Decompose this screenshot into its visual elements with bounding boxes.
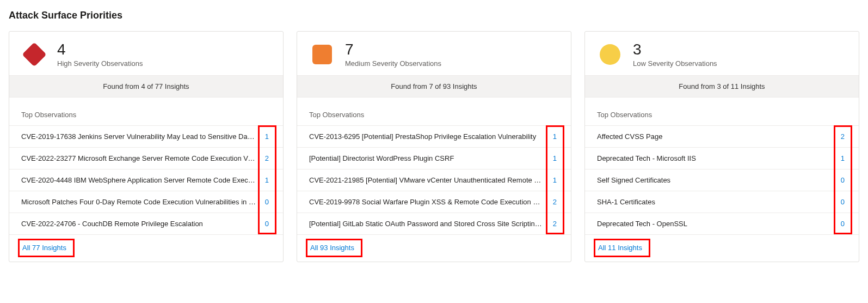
medium-severity-icon xyxy=(310,43,334,66)
observation-count-link[interactable]: 1 xyxy=(263,132,271,141)
severity-label: High Severity Observations xyxy=(57,59,143,68)
card-footer: All 11 Insights xyxy=(585,234,859,262)
observations-list: CVE-2019-17638 Jenkins Server Vulnerabil… xyxy=(9,125,283,234)
observation-row[interactable]: SHA-1 Certificates 0 xyxy=(585,191,859,213)
observation-row[interactable]: Microsoft Patches Four 0-Day Remote Code… xyxy=(9,191,283,213)
found-from-bar: Found from 4 of 77 Insights xyxy=(9,75,283,98)
medium-severity-card: 7 Medium Severity Observations Found fro… xyxy=(297,31,571,262)
low-severity-icon xyxy=(598,43,622,66)
card-header: 7 Medium Severity Observations xyxy=(297,32,571,75)
severity-count: 4 xyxy=(57,41,143,58)
observation-count-link[interactable]: 0 xyxy=(839,220,847,228)
observation-count-link[interactable]: 1 xyxy=(551,154,559,162)
severity-meta: 4 High Severity Observations xyxy=(57,41,143,68)
observation-row[interactable]: CVE-2022-24706 - CouchDB Remote Privileg… xyxy=(9,213,283,234)
card-footer: All 77 Insights xyxy=(9,234,283,262)
observation-row[interactable]: [Potential] Directorist WordPress Plugin… xyxy=(297,147,571,169)
observation-name: [Potential] Directorist WordPress Plugin… xyxy=(309,154,544,162)
observation-count-link[interactable]: 1 xyxy=(839,154,847,162)
observation-name: CVE-2020-4448 IBM WebSphere Application … xyxy=(21,176,256,184)
observation-row[interactable]: [Potential] GitLab Static OAuth Password… xyxy=(297,213,571,234)
observation-count-link[interactable]: 2 xyxy=(839,132,847,141)
observation-name: Affected CVSS Page xyxy=(597,132,832,141)
all-insights-link[interactable]: All 77 Insights xyxy=(21,243,67,253)
observation-name: [Potential] GitLab Static OAuth Password… xyxy=(309,220,544,228)
observation-name: Self Signed Certificates xyxy=(597,176,832,184)
observation-name: CVE-2013-6295 [Potential] PrestaShop Pri… xyxy=(309,132,544,141)
observation-name: SHA-1 Certificates xyxy=(597,198,832,206)
observation-row[interactable]: Deprecated Tech - Microsoft IIS 1 xyxy=(585,147,859,169)
found-from-bar: Found from 7 of 93 Insights xyxy=(297,75,571,98)
observation-row[interactable]: Affected CVSS Page 2 xyxy=(585,125,859,147)
observation-row[interactable]: CVE-2020-4448 IBM WebSphere Application … xyxy=(9,169,283,191)
observation-name: CVE-2022-24706 - CouchDB Remote Privileg… xyxy=(21,220,256,228)
observations-list: CVE-2013-6295 [Potential] PrestaShop Pri… xyxy=(297,125,571,234)
top-observations-label: Top Observations xyxy=(9,98,283,125)
section-title: Attack Surface Priorities xyxy=(9,10,859,21)
observation-name: CVE-2019-9978 Social Warfare Plugin XSS … xyxy=(309,198,544,206)
observation-count-link[interactable]: 2 xyxy=(263,154,271,162)
card-header: 4 High Severity Observations xyxy=(9,32,283,75)
top-observations-label: Top Observations xyxy=(297,98,571,125)
found-from-bar: Found from 3 of 11 Insights xyxy=(585,75,859,98)
observation-row[interactable]: Self Signed Certificates 0 xyxy=(585,169,859,191)
severity-label: Low Severity Observations xyxy=(633,59,717,68)
top-observations-label: Top Observations xyxy=(585,98,859,125)
observation-name: Deprecated Tech - OpenSSL xyxy=(597,220,832,228)
observation-count-link[interactable]: 0 xyxy=(839,176,847,184)
all-insights-link[interactable]: All 93 Insights xyxy=(309,243,355,253)
observation-count-link[interactable]: 1 xyxy=(551,176,559,184)
observation-count-link[interactable]: 1 xyxy=(551,132,559,141)
observation-name: Deprecated Tech - Microsoft IIS xyxy=(597,154,832,162)
observation-count-link[interactable]: 0 xyxy=(839,198,847,206)
observation-count-link[interactable]: 0 xyxy=(263,220,271,228)
observation-row[interactable]: CVE-2019-17638 Jenkins Server Vulnerabil… xyxy=(9,125,283,147)
all-insights-link[interactable]: All 11 Insights xyxy=(597,243,643,253)
severity-count: 3 xyxy=(633,41,717,58)
card-header: 3 Low Severity Observations xyxy=(585,32,859,75)
observation-name: CVE-2019-17638 Jenkins Server Vulnerabil… xyxy=(21,132,256,141)
severity-count: 7 xyxy=(345,41,441,58)
observation-row[interactable]: CVE-2022-23277 Microsoft Exchange Server… xyxy=(9,147,283,169)
observation-count-link[interactable]: 1 xyxy=(263,176,271,184)
observation-count-link[interactable]: 2 xyxy=(551,198,559,206)
severity-meta: 3 Low Severity Observations xyxy=(633,41,717,68)
observation-row[interactable]: CVE-2013-6295 [Potential] PrestaShop Pri… xyxy=(297,125,571,147)
observation-count-link[interactable]: 0 xyxy=(263,198,271,206)
priority-cards-row: 4 High Severity Observations Found from … xyxy=(9,31,859,262)
severity-meta: 7 Medium Severity Observations xyxy=(345,41,441,68)
card-footer: All 93 Insights xyxy=(297,234,571,262)
observation-name: CVE-2022-23277 Microsoft Exchange Server… xyxy=(21,154,256,162)
observation-row[interactable]: CVE-2021-21985 [Potential] VMware vCente… xyxy=(297,169,571,191)
observation-name: Microsoft Patches Four 0-Day Remote Code… xyxy=(21,198,256,206)
severity-label: Medium Severity Observations xyxy=(345,59,441,68)
observation-name: CVE-2021-21985 [Potential] VMware vCente… xyxy=(309,176,544,184)
high-severity-icon xyxy=(22,43,46,66)
observation-row[interactable]: CVE-2019-9978 Social Warfare Plugin XSS … xyxy=(297,191,571,213)
observation-row[interactable]: Deprecated Tech - OpenSSL 0 xyxy=(585,213,859,234)
low-severity-card: 3 Low Severity Observations Found from 3… xyxy=(584,31,859,262)
high-severity-card: 4 High Severity Observations Found from … xyxy=(9,31,284,262)
attack-surface-priorities-section: Attack Surface Priorities 4 High Severit… xyxy=(0,0,868,273)
observation-count-link[interactable]: 2 xyxy=(551,220,559,228)
observations-list: Affected CVSS Page 2 Deprecated Tech - M… xyxy=(585,125,859,234)
